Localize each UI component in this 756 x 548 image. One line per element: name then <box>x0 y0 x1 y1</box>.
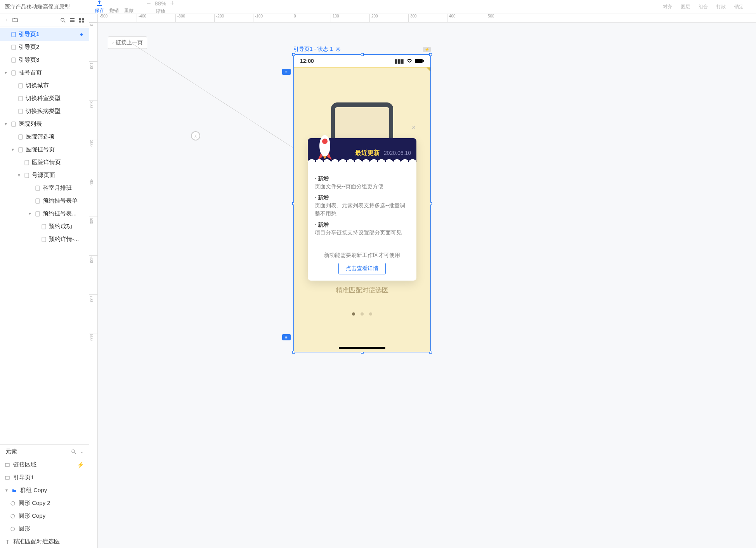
zoom-value: 88% <box>155 0 166 7</box>
svg-point-34 <box>337 49 339 50</box>
update-description: 项目分享链接支持设置部分页面可见 <box>315 229 409 237</box>
element-item[interactable]: ▼群组 Copy <box>0 484 89 497</box>
element-item[interactable]: 链接区域⚡ <box>0 458 89 471</box>
svg-rect-13 <box>19 83 23 88</box>
link-line <box>130 42 293 147</box>
layers-button[interactable]: 图层 <box>681 3 690 10</box>
selection-handle[interactable] <box>429 53 432 56</box>
page-item[interactable]: ▼医院挂号页 <box>0 143 89 156</box>
view-details-button[interactable]: 点击查看详情 <box>338 263 386 274</box>
element-item[interactable]: 引导页1 <box>0 471 89 484</box>
page-item[interactable]: 切换城市 <box>0 79 89 92</box>
page-icon <box>11 45 16 50</box>
chevron-down-icon[interactable]: ▼ <box>28 212 33 216</box>
page-icon <box>24 160 29 165</box>
page-item[interactable]: ▼挂号首页 <box>0 66 89 79</box>
cloud-decoration <box>308 163 416 172</box>
right-toolbar: 对齐 图层 组合 打散 锁定 <box>663 3 744 10</box>
hotspot-tag-icon[interactable]: ≡ <box>282 69 291 75</box>
page-item[interactable]: 预约详情-... <box>0 233 89 246</box>
page-item[interactable]: 医院筛选项 <box>0 130 89 143</box>
page-item[interactable]: ▼医院列表 <box>0 118 89 130</box>
page-item[interactable]: 科室月排班 <box>0 182 89 194</box>
page-item[interactable]: ▼预约挂号表... <box>0 207 89 220</box>
canvas[interactable]: -500-400-300-200-1000100200300400500 010… <box>89 14 756 548</box>
page-icon <box>18 147 23 153</box>
svg-point-38 <box>322 139 328 144</box>
ruler-tick: 100 <box>89 61 97 100</box>
ungroup-button[interactable]: 打散 <box>716 3 726 10</box>
chevron-down-icon[interactable]: ▼ <box>17 173 22 177</box>
zoom-in-button[interactable]: + <box>170 0 175 7</box>
page-item[interactable]: ▼号源页面 <box>0 169 89 182</box>
tagline-text: 精准匹配对症选医 <box>294 286 430 295</box>
page-item[interactable]: 预约挂号表单 <box>0 194 89 207</box>
lightning-icon: ⚡ <box>423 47 431 52</box>
group-button[interactable]: 组合 <box>699 3 708 10</box>
page-item[interactable]: 引导页2 <box>0 41 89 54</box>
search-elements-icon[interactable] <box>71 449 76 454</box>
page-item[interactable]: 引导页3 <box>0 54 89 66</box>
undo-button[interactable]: 撤销 <box>108 7 120 14</box>
page-item[interactable]: 医院详情页 <box>0 156 89 169</box>
page-item[interactable]: 预约成功 <box>0 220 89 233</box>
ruler-tick: 400 <box>447 14 486 22</box>
element-type-icon <box>10 501 16 506</box>
page-item[interactable]: 切换科室类型 <box>0 92 89 105</box>
page-icon <box>18 134 23 140</box>
artboard-label[interactable]: 引导页1 - 状态 1 ⚡ <box>293 46 431 53</box>
element-item[interactable]: T精准匹配对症选医 <box>0 535 89 548</box>
modal-date: 2020.06.10 <box>384 150 411 156</box>
dot <box>369 312 372 316</box>
link-hotspot-icon[interactable]: ⚹ <box>191 131 200 140</box>
device-frame[interactable]: ≡ ≡ 12:00 ▮▮▮ <box>293 54 431 352</box>
element-item[interactable]: 圆形 Copy 2 <box>0 497 89 510</box>
ruler-tick: 0 <box>292 14 331 22</box>
chevron-down-icon[interactable]: ⌄ <box>80 449 83 454</box>
chevron-down-icon[interactable]: ▼ <box>11 147 16 152</box>
element-type-icon <box>5 462 10 468</box>
lightning-icon: ⚡ <box>77 461 84 468</box>
page-item[interactable]: 引导页1 <box>0 28 89 41</box>
page-label: 预约详情-... <box>49 236 79 243</box>
selection-handle[interactable] <box>292 53 295 56</box>
dot-active <box>352 312 355 316</box>
search-icon[interactable] <box>60 17 66 23</box>
ruler-corner <box>89 14 98 23</box>
chevron-down-icon[interactable]: ▼ <box>4 71 9 75</box>
dot <box>361 312 364 316</box>
lock-button[interactable]: 锁定 <box>734 3 744 10</box>
element-type-icon: T <box>5 539 10 545</box>
page-item[interactable]: 切换疾病类型 <box>0 105 89 118</box>
ruler-tick: -200 <box>214 14 253 22</box>
page-icon <box>41 224 47 229</box>
page-icon <box>11 57 16 63</box>
svg-rect-14 <box>19 96 23 101</box>
ruler-tick: 100 <box>331 14 369 22</box>
chevron-down-icon[interactable]: ▼ <box>5 488 9 493</box>
home-indicator <box>339 347 385 349</box>
add-page-button[interactable]: + <box>5 17 8 23</box>
save-button[interactable]: 保存 <box>93 0 106 14</box>
redo-button[interactable]: 重做 <box>123 7 135 14</box>
folder-icon[interactable] <box>12 17 18 23</box>
phone-screen: × 最近更新 <box>294 67 430 352</box>
element-item[interactable]: 圆形 Copy <box>0 510 89 522</box>
svg-rect-11 <box>12 58 16 62</box>
element-item[interactable]: 圆形 <box>0 522 89 535</box>
chevron-down-icon[interactable]: ▼ <box>4 122 9 126</box>
hotspot-tag-icon[interactable]: ≡ <box>282 334 291 340</box>
ruler-tick: 400 <box>89 178 97 217</box>
grid-view-icon[interactable] <box>79 17 84 23</box>
align-button[interactable]: 对齐 <box>663 3 672 10</box>
svg-rect-28 <box>5 463 9 466</box>
active-dot-icon <box>80 33 83 36</box>
selection-handle[interactable] <box>361 53 364 56</box>
close-icon[interactable]: × <box>411 123 416 132</box>
list-view-icon[interactable] <box>69 17 75 23</box>
gear-icon[interactable] <box>335 47 341 52</box>
page-icon <box>18 96 23 101</box>
zoom-out-button[interactable]: − <box>147 0 151 7</box>
element-label: 精准匹配对症选医 <box>13 538 60 545</box>
svg-point-31 <box>11 514 15 518</box>
